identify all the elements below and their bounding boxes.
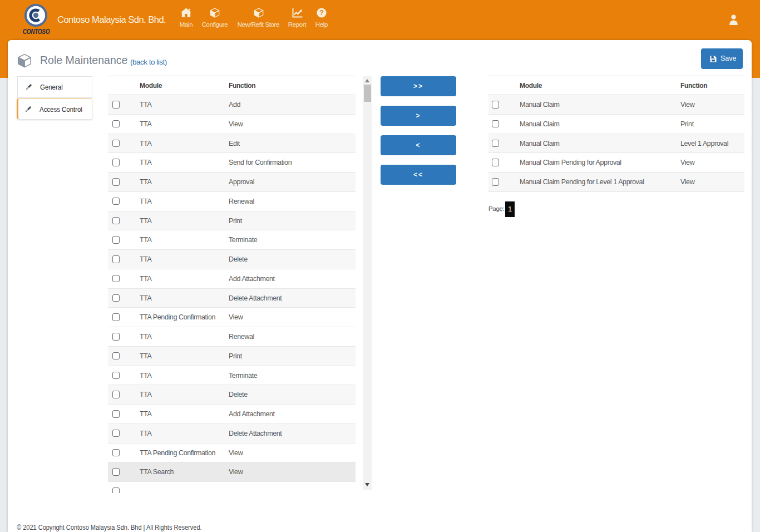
svg-text:?: ?: [319, 9, 323, 17]
